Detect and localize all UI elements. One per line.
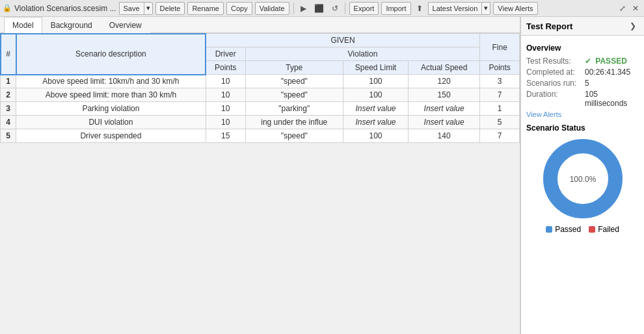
speed-limit[interactable]: Insert value [343,102,409,116]
right-panel-body: Overview Test Results: ✔ PASSED Complete… [521,36,644,334]
stop-button[interactable]: ⬛ [312,2,327,15]
table-row: 3Parking violation10"parking"Insert valu… [1,102,520,116]
completed-at-label: Completed at: [526,68,585,77]
tab-background[interactable]: Background [42,17,101,33]
tab-bar: Model Background Overview [0,17,520,33]
fine-points[interactable]: 7 [480,129,520,143]
separator-1 [293,3,294,14]
save-button[interactable]: Save [119,2,144,15]
scenario-table: # Scenario description GIVEN Fine Driver… [0,33,520,143]
expand-button[interactable]: ⤢ [617,2,628,15]
col-speed-limit-header: Speed Limit [343,61,409,75]
scenario-description[interactable]: Above speed limit: 10km/h and 30 km/h [16,75,206,88]
import-button[interactable]: Import [381,2,410,15]
col-fine-points-header: Points [480,61,520,75]
donut-chart: 100.0% [541,136,625,221]
driver-points[interactable]: 10 [206,75,245,88]
copy-button[interactable]: Copy [226,2,252,15]
col-desc-header: Scenario description [16,34,206,75]
scenario-status-title: Scenario Status [526,123,639,133]
legend-passed: Passed [546,225,581,234]
fine-points[interactable]: 1 [480,102,520,116]
completed-at-value: 00:26:41.345 [585,68,630,77]
title-bar-right: ⤢ ✕ [617,2,641,15]
refresh-button[interactable]: ↺ [329,2,341,15]
row-number: 4 [1,116,16,129]
driver-points[interactable]: 10 [206,88,245,102]
violation-type[interactable]: "speed" [245,75,343,88]
tab-model[interactable]: Model [4,17,42,33]
table-area[interactable]: # Scenario description GIVEN Fine Driver… [0,33,520,334]
scenarios-run-label: Scenarios run: [526,79,585,88]
right-panel: Test Report ❯ Overview Test Results: ✔ P… [520,17,644,334]
left-panel: Model Background Overview # Scenario des… [0,17,520,334]
fine-points[interactable]: 5 [480,116,520,129]
fine-points[interactable]: 3 [480,75,520,88]
speed-limit[interactable]: Insert value [343,116,409,129]
legend-failed: Failed [589,225,619,234]
test-results-status: PASSED [595,57,626,66]
latest-version-group[interactable]: Latest Version ▾ [428,2,491,15]
driver-points[interactable]: 10 [206,116,245,129]
row-number: 2 [1,88,16,102]
overview-title: Overview [526,44,639,53]
duration-value: 105 milliseconds [585,90,639,108]
violation-type[interactable]: "speed" [245,88,343,102]
duration-label: Duration: [526,90,585,108]
lock-icon: 🔒 [3,4,12,12]
delete-button[interactable]: Delete [155,2,185,15]
speed-limit[interactable]: 100 [343,129,409,143]
tab-overview[interactable]: Overview [101,17,150,33]
col-fine-header: Fine [480,34,520,61]
title-bar: 🔒 Violation Scenarios.scesim ... Save ▾ … [0,0,644,17]
save-button-group[interactable]: Save ▾ [119,2,153,15]
view-alerts-link[interactable]: View Alerts [526,110,639,118]
scenarios-run-row: Scenarios run: 5 [526,79,639,88]
row-number: 5 [1,129,16,143]
actual-speed[interactable]: 120 [408,75,479,88]
title-bar-left: 🔒 Violation Scenarios.scesim ... Save ▾ … [3,2,615,15]
rename-button[interactable]: Rename [187,2,224,15]
fine-points[interactable]: 7 [480,88,520,102]
window-title: Violation Scenarios.scesim ... [14,4,116,13]
col-actual-speed-header: Actual Speed [408,61,479,75]
export-button[interactable]: Export [349,2,379,15]
chart-legend: Passed Failed [546,225,619,234]
save-dropdown-button[interactable]: ▾ [144,2,153,15]
play-button[interactable]: ▶ [298,2,309,15]
speed-limit[interactable]: 100 [343,75,409,88]
upload-button[interactable]: ⬆ [414,2,425,15]
donut-chart-container: 100.0% Passed Failed [526,136,639,234]
scenario-description[interactable]: DUI violation [16,116,206,129]
right-panel-header: Test Report ❯ [521,17,644,36]
test-results-label: Test Results: [526,57,585,66]
close-button[interactable]: ✕ [630,2,641,15]
actual-speed[interactable]: 150 [408,88,479,102]
failed-label: Failed [598,225,619,234]
right-panel-expand-button[interactable]: ❯ [627,19,639,32]
actual-speed[interactable]: Insert value [408,116,479,129]
speed-limit[interactable]: 100 [343,88,409,102]
actual-speed[interactable]: Insert value [408,102,479,116]
scenario-description[interactable]: Above speed limit: more than 30 km/h [16,88,206,102]
test-results-row: Test Results: ✔ PASSED [526,57,639,66]
test-results-value: ✔ PASSED [585,57,627,66]
violation-type[interactable]: ing under the influe [245,116,343,129]
scenario-description[interactable]: Parking violation [16,102,206,116]
driver-points[interactable]: 15 [206,129,245,143]
latest-version-button[interactable]: Latest Version [428,2,482,15]
separator-2 [345,3,345,14]
version-dropdown-button[interactable]: ▾ [481,2,490,15]
scenario-description[interactable]: Driver suspended [16,129,206,143]
main-layout: Model Background Overview # Scenario des… [0,17,644,334]
driver-points[interactable]: 10 [206,102,245,116]
col-type-header: Type [245,61,343,75]
violation-type[interactable]: "parking" [245,102,343,116]
actual-speed[interactable]: 140 [408,129,479,143]
validate-button[interactable]: Validate [255,2,289,15]
duration-row: Duration: 105 milliseconds [526,90,639,108]
view-alerts-toolbar-button[interactable]: View Alerts [493,2,537,15]
right-panel-title: Test Report [526,21,572,31]
donut-label: 100.0% [569,175,596,184]
violation-type[interactable]: "speed" [245,129,343,143]
